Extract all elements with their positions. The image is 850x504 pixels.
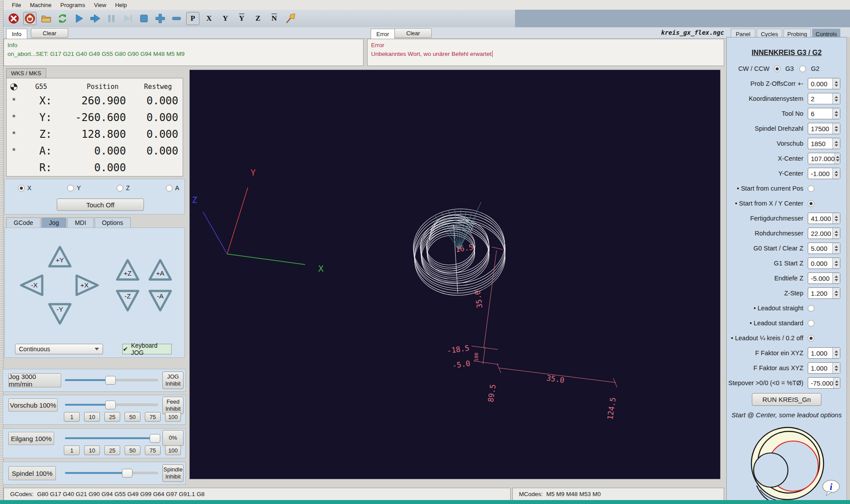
tab-options[interactable]: Options bbox=[95, 217, 131, 228]
spinner-arrows[interactable] bbox=[832, 78, 840, 89]
z-step-input[interactable]: 1.200 bbox=[808, 287, 840, 299]
menu-programs[interactable]: Programs bbox=[56, 1, 89, 9]
jog-minus-y-button[interactable]: -Y bbox=[47, 302, 73, 326]
radio-x[interactable] bbox=[18, 185, 25, 191]
f-faktor-ein-input[interactable]: 1.000 bbox=[808, 347, 840, 359]
rapid-preset-100[interactable]: 100 bbox=[165, 445, 181, 455]
endtiefe-z-input[interactable]: -5.000 bbox=[808, 272, 840, 284]
tab-error[interactable]: Error bbox=[371, 29, 395, 39]
spinner-arrows[interactable] bbox=[832, 273, 840, 283]
jog-minus-x-button[interactable]: -X bbox=[19, 273, 44, 297]
prob-z-offscorr-input[interactable]: 0.000 bbox=[808, 78, 840, 89]
spinner-arrows[interactable] bbox=[832, 258, 840, 269]
radio-start-xy-center[interactable] bbox=[808, 200, 814, 207]
spinner-arrows[interactable] bbox=[833, 378, 840, 388]
f-faktor-aus-input[interactable]: 1.000 bbox=[808, 362, 840, 374]
spindle-override-handle[interactable] bbox=[122, 469, 132, 478]
spindle-override-label[interactable]: Spindel 100% bbox=[8, 466, 56, 480]
tool-no-input[interactable]: 6 bbox=[808, 108, 840, 119]
spindle-inhibit-button[interactable]: Spindle Inhibit bbox=[162, 464, 184, 482]
menu-view[interactable]: View bbox=[90, 1, 110, 9]
window-resize-grip[interactable] bbox=[0, 0, 4, 500]
feed-override-slider[interactable] bbox=[65, 404, 158, 406]
rapid-zero-button[interactable]: 0% bbox=[162, 430, 184, 446]
feed-preset-50[interactable]: 50 bbox=[125, 412, 140, 422]
run-from-line-icon[interactable] bbox=[121, 12, 134, 25]
rapid-preset-1[interactable]: 1 bbox=[64, 445, 80, 455]
abort-icon[interactable] bbox=[7, 12, 20, 25]
feed-preset-1[interactable]: 1 bbox=[64, 412, 80, 422]
spinner-arrows[interactable] bbox=[832, 93, 840, 104]
jog-speed-label[interactable]: Jog 3000 mm/min bbox=[8, 373, 61, 387]
spinner-arrows[interactable] bbox=[832, 363, 840, 373]
view-y2-icon[interactable]: Y bbox=[235, 12, 248, 25]
zoom-out-icon[interactable] bbox=[170, 12, 183, 25]
menu-file[interactable]: File bbox=[8, 1, 25, 9]
spinner-arrows[interactable] bbox=[832, 348, 840, 358]
step-icon[interactable] bbox=[88, 12, 102, 25]
spinner-arrows[interactable] bbox=[832, 228, 840, 239]
axis-radio-x[interactable]: X bbox=[18, 184, 31, 191]
jog-speed-slider[interactable] bbox=[65, 379, 158, 381]
spindel-drehzahl-input[interactable]: 17500 bbox=[808, 123, 840, 134]
clear-plot-icon[interactable] bbox=[284, 12, 297, 25]
x-center-input[interactable]: 107.000 bbox=[808, 153, 840, 164]
view-perspective-icon[interactable]: P bbox=[186, 12, 199, 25]
axis-radio-z[interactable]: Z bbox=[117, 184, 130, 191]
run-icon[interactable] bbox=[72, 12, 85, 25]
radio-leadout-standard[interactable] bbox=[808, 320, 814, 327]
g0-start-clear-z-input[interactable]: 5.000 bbox=[808, 243, 840, 254]
feed-preset-25[interactable]: 25 bbox=[104, 412, 120, 422]
reload-icon[interactable] bbox=[56, 12, 69, 25]
spindle-override-slider[interactable] bbox=[65, 472, 158, 474]
rapid-preset-50[interactable]: 50 bbox=[125, 445, 140, 455]
stop-icon[interactable] bbox=[137, 12, 151, 25]
tab-gcode[interactable]: GCode bbox=[6, 217, 40, 228]
feed-override-label[interactable]: Vorschub 100% bbox=[8, 398, 58, 412]
tab-wks-mks[interactable]: WKS / MKS bbox=[6, 68, 46, 78]
zoom-in-icon[interactable] bbox=[154, 12, 167, 25]
spinner-arrows[interactable] bbox=[832, 243, 840, 254]
rapid-override-slider[interactable] bbox=[65, 437, 158, 439]
spinner-arrows[interactable] bbox=[832, 168, 840, 179]
rapid-preset-75[interactable]: 75 bbox=[145, 445, 161, 455]
g1-start-z-input[interactable]: 0.000 bbox=[808, 258, 840, 269]
radio-y[interactable] bbox=[67, 185, 74, 191]
jog-inhibit-button[interactable]: JOG Inhibit bbox=[162, 372, 184, 389]
jog-plus-a-button[interactable]: +A bbox=[147, 258, 173, 282]
spinner-arrows[interactable] bbox=[832, 138, 840, 149]
koordinatensystem-input[interactable]: 2 bbox=[808, 93, 840, 104]
stepover-input[interactable]: -75.000 bbox=[808, 377, 840, 389]
jog-speed-handle[interactable] bbox=[105, 376, 116, 385]
feed-preset-75[interactable]: 75 bbox=[145, 412, 161, 422]
axis-radio-y[interactable]: Y bbox=[67, 184, 81, 191]
rohdurchmesser-input[interactable]: 22.000 bbox=[808, 228, 840, 239]
view-z-icon[interactable]: Z bbox=[251, 12, 265, 25]
radio-leadout-straight[interactable] bbox=[808, 305, 814, 312]
rapid-preset-25[interactable]: 25 bbox=[104, 445, 120, 455]
tab-info[interactable]: Info bbox=[6, 29, 27, 39]
touch-off-button[interactable]: Touch Off bbox=[57, 199, 144, 211]
view-z2-icon[interactable]: N bbox=[268, 12, 281, 25]
vorschub-input[interactable]: 1850 bbox=[808, 138, 840, 149]
info-tooltip-icon[interactable]: i bbox=[822, 479, 840, 496]
rapid-override-handle[interactable] bbox=[150, 434, 160, 443]
radio-z[interactable] bbox=[117, 185, 123, 191]
fertigdurchmesser-input[interactable]: 41.000 bbox=[808, 213, 840, 224]
error-clear-button[interactable]: Clear bbox=[394, 28, 432, 38]
jog-plus-x-button[interactable]: +X bbox=[74, 273, 100, 297]
y-center-input[interactable]: -1.000 bbox=[808, 168, 840, 179]
menu-machine[interactable]: Machine bbox=[26, 1, 55, 9]
run-kreis-button[interactable]: RUN KREIS_Gn bbox=[752, 393, 821, 406]
spinner-arrows[interactable] bbox=[835, 153, 840, 164]
spinner-arrows[interactable] bbox=[832, 213, 840, 224]
rapid-preset-10[interactable]: 10 bbox=[84, 445, 100, 455]
jog-mode-select[interactable]: Continuous bbox=[15, 344, 103, 354]
info-clear-button[interactable]: Clear bbox=[31, 28, 68, 38]
menu-help[interactable]: Help bbox=[111, 1, 131, 9]
axis-radio-a[interactable]: A bbox=[166, 184, 179, 191]
radio-start-current-pos[interactable] bbox=[808, 185, 814, 192]
radio-leadout-quarter-kreis[interactable] bbox=[808, 335, 814, 342]
gremlin-3d-viewport[interactable]: Y Z X bbox=[189, 70, 721, 479]
spinner-arrows[interactable] bbox=[832, 123, 840, 134]
